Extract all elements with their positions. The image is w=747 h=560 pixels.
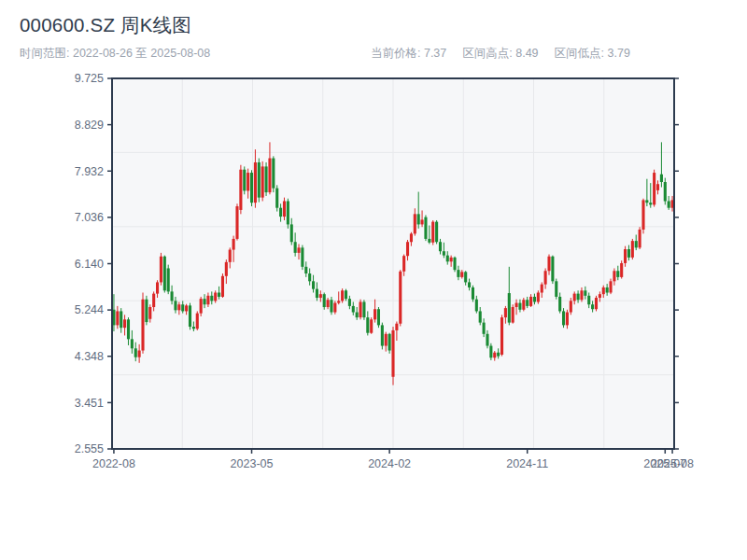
- candle: [235, 203, 238, 240]
- candle: [359, 300, 362, 320]
- candle: [141, 293, 144, 354]
- svg-text:7.036: 7.036: [75, 211, 104, 224]
- candle: [639, 227, 641, 249]
- candle: [370, 317, 373, 334]
- svg-text:2025-08: 2025-08: [651, 457, 694, 470]
- candle: [265, 162, 268, 196]
- candle: [595, 296, 598, 312]
- svg-text:7.932: 7.932: [75, 165, 104, 178]
- svg-text:2.555: 2.555: [75, 442, 104, 455]
- svg-text:6.140: 6.140: [75, 258, 104, 271]
- candle: [551, 256, 554, 284]
- candle: [431, 220, 434, 245]
- candle: [424, 215, 427, 241]
- candle: [287, 199, 289, 229]
- svg-text:9.725: 9.725: [75, 72, 104, 85]
- kline-chart: 2.5553.4514.3485.2446.1407.0367.9328.829…: [0, 0, 747, 560]
- candle: [399, 270, 402, 326]
- candle: [163, 256, 166, 293]
- candle: [258, 159, 261, 203]
- candle: [653, 170, 655, 207]
- candle: [391, 327, 394, 385]
- svg-text:4.348: 4.348: [75, 350, 104, 363]
- candle: [189, 303, 191, 330]
- candle: [261, 161, 264, 202]
- svg-text:2024-11: 2024-11: [506, 457, 548, 470]
- svg-text:2023-05: 2023-05: [231, 457, 274, 470]
- svg-text:2022-08: 2022-08: [92, 457, 135, 470]
- candle: [388, 333, 391, 354]
- candle: [301, 245, 303, 271]
- candle: [453, 257, 456, 273]
- candle: [243, 166, 246, 194]
- candle: [512, 304, 514, 323]
- y-tick-labels: 2.5553.4514.3485.2446.1407.0367.9328.829…: [75, 72, 104, 455]
- candle: [620, 260, 623, 278]
- candle: [221, 273, 224, 298]
- svg-text:5.244: 5.244: [75, 303, 104, 316]
- candle: [555, 279, 557, 300]
- candle: [275, 185, 278, 211]
- candle: [250, 170, 253, 206]
- candle: [239, 165, 242, 215]
- candle: [631, 239, 634, 259]
- candle: [500, 315, 503, 356]
- candle: [377, 307, 380, 328]
- svg-text:3.451: 3.451: [75, 397, 104, 410]
- candle: [381, 323, 384, 350]
- candle: [196, 311, 199, 329]
- svg-text:8.829: 8.829: [75, 119, 104, 132]
- svg-text:2024-02: 2024-02: [368, 457, 411, 470]
- candle: [641, 199, 644, 234]
- candle: [160, 253, 162, 286]
- candle: [435, 220, 438, 244]
- kline-chart-svg: 2.5553.4514.3485.2446.1407.0367.9328.829…: [0, 0, 747, 560]
- candle: [272, 156, 275, 192]
- x-tick-labels: 2022-082023-052024-022024-112025-072025-…: [92, 457, 694, 470]
- candle: [362, 300, 365, 320]
- candle: [341, 288, 344, 303]
- candle: [145, 296, 148, 326]
- candle: [167, 265, 170, 295]
